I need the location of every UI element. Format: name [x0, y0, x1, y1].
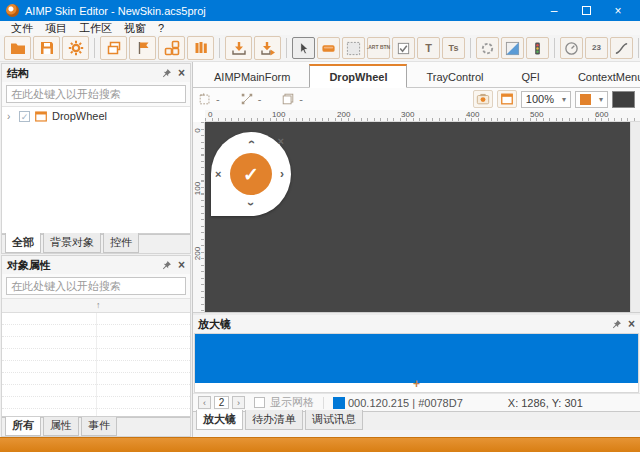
cursor-icon: [296, 41, 311, 56]
resources-button[interactable]: [187, 36, 214, 60]
checkbox-tool-button[interactable]: [392, 37, 415, 59]
text-small-tool-button[interactable]: Ts: [442, 37, 465, 59]
button-face-icon: [321, 41, 336, 56]
properties-close-icon[interactable]: ×: [178, 259, 185, 271]
design-canvas[interactable]: × › › › × ✓: [205, 122, 630, 312]
minimize-button[interactable]: –: [538, 0, 570, 21]
chevron-down-icon: ▾: [599, 95, 603, 104]
anchor-select-dropdown[interactable]: -: [240, 92, 262, 106]
tab-all-properties[interactable]: 所有: [5, 416, 41, 436]
button-tool-button[interactable]: [317, 37, 340, 59]
select-tool-button[interactable]: [292, 37, 315, 59]
zoom-increase-button[interactable]: ›: [232, 396, 245, 409]
objects-button[interactable]: [158, 36, 185, 60]
tab-todo-list[interactable]: 待办清单: [245, 410, 303, 430]
blocks-icon: [164, 40, 180, 56]
tab-background-objects[interactable]: 背景对象: [43, 233, 101, 253]
canvas-color-swatch[interactable]: [612, 91, 635, 108]
accent-color-select[interactable]: ▾: [575, 91, 608, 108]
zoom-select[interactable]: 100% ▾: [521, 91, 571, 108]
structure-tabs: 全部 背景对象 控件: [2, 234, 190, 253]
structure-panel-title: 结构: [7, 66, 29, 81]
tab-controls[interactable]: 控件: [103, 233, 139, 253]
zoom-factor-value[interactable]: 2: [214, 396, 229, 409]
app-icon: [6, 4, 19, 17]
doc-tab-contextmenu[interactable]: ContextMenu: [559, 66, 640, 87]
frame-select-dropdown[interactable]: -: [198, 92, 220, 106]
gauge-tool-button[interactable]: [560, 37, 583, 59]
properties-panel: 对象属性 × ↑ 所有 属性 事件: [1, 255, 191, 437]
chevron-down-icon[interactable]: ›: [245, 202, 257, 206]
shuffle-cross-icon[interactable]: ×: [215, 169, 221, 180]
canvas-scrollbar[interactable]: [630, 122, 640, 312]
text-tool-button[interactable]: T: [417, 37, 440, 59]
show-grid-label: 显示网格: [270, 395, 314, 410]
anchors-icon: [240, 92, 254, 106]
chevron-up-icon[interactable]: ›: [245, 140, 257, 144]
menu-file[interactable]: 文件: [5, 21, 39, 36]
widget-close-icon[interactable]: ×: [278, 135, 284, 147]
toolbar-separator: [219, 38, 220, 58]
curve-tool-button[interactable]: [610, 37, 633, 59]
doc-tab-traycontrol[interactable]: TrayControl: [407, 66, 502, 87]
image-tool-button[interactable]: [342, 37, 365, 59]
screenshot-button[interactable]: [473, 90, 493, 108]
gauge-icon: [564, 41, 579, 56]
gradient-tool-button[interactable]: [501, 37, 524, 59]
structure-close-icon[interactable]: ×: [178, 67, 185, 79]
menu-workspace[interactable]: 工作区: [73, 21, 118, 36]
text-small-icon: Ts: [449, 44, 459, 53]
tab-all-objects[interactable]: 全部: [5, 233, 41, 253]
traffic-light-icon: [530, 41, 545, 56]
ring-tool-button[interactable]: [476, 37, 499, 59]
ruler-label: 500: [530, 110, 543, 119]
close-button[interactable]: ×: [602, 0, 634, 21]
properties-grid-header[interactable]: ↑: [2, 299, 190, 313]
zoom-decrease-button[interactable]: ‹: [198, 396, 211, 409]
settings-button[interactable]: [62, 36, 89, 60]
pin-icon[interactable]: [161, 260, 172, 271]
number-tool-button[interactable]: 23: [585, 37, 608, 59]
form-icon: [34, 110, 48, 123]
import-button[interactable]: [225, 36, 252, 60]
menu-help[interactable]: ?: [152, 22, 170, 34]
menu-project[interactable]: 项目: [39, 21, 73, 36]
skinned-label-tool-button[interactable]: .ART BTN: [367, 37, 390, 59]
pin-icon[interactable]: [611, 319, 622, 330]
chevron-down-icon: ▾: [562, 95, 566, 104]
document-tabs: AIMPMainForm DropWheel TrayControl QFI C…: [193, 62, 640, 88]
structure-search-input[interactable]: [6, 85, 186, 103]
forms-button[interactable]: [100, 36, 127, 60]
color-readout: 000.120.215 | #0078D7: [348, 397, 463, 409]
tab-events[interactable]: 事件: [81, 416, 117, 436]
tab-properties[interactable]: 属性: [43, 416, 79, 436]
magnifier-header: 放大镜 ×: [193, 315, 640, 333]
open-project-button[interactable]: [4, 36, 31, 60]
trafficlight-tool-button[interactable]: [526, 37, 549, 59]
expand-arrow-icon[interactable]: ›: [7, 111, 15, 122]
pin-icon[interactable]: [161, 68, 172, 79]
show-grid-checkbox[interactable]: [254, 397, 265, 408]
save-project-button[interactable]: [33, 36, 60, 60]
magnifier-panel: 放大镜 × + ‹ 2 › 显示网格 000.120.215 | #0078D7…: [193, 315, 640, 437]
doc-tab-qfi[interactable]: QFI: [503, 66, 559, 87]
doc-tab-aimpmainform[interactable]: AIMPMainForm: [195, 66, 309, 87]
doc-tab-dropwheel[interactable]: DropWheel: [309, 64, 407, 88]
ruler-vertical: 0 100 200: [193, 122, 205, 312]
maximize-button[interactable]: [570, 0, 602, 21]
dropwheel-widget[interactable]: × › › › × ✓: [211, 132, 291, 216]
tab-magnifier[interactable]: 放大镜: [196, 410, 243, 430]
properties-search-input[interactable]: [6, 277, 186, 295]
magnifier-close-icon[interactable]: ×: [628, 318, 635, 330]
menu-window[interactable]: 视窗: [118, 21, 152, 36]
tree-item-dropwheel[interactable]: › ✓ DropWheel: [2, 107, 190, 125]
visibility-checkbox[interactable]: ✓: [19, 111, 30, 122]
toolbar-separator: [554, 38, 555, 58]
layers-select-dropdown[interactable]: -: [281, 92, 303, 106]
fit-window-button[interactable]: [497, 90, 517, 108]
confirm-button[interactable]: ✓: [230, 153, 272, 195]
tab-debug-messages[interactable]: 调试讯息: [305, 410, 363, 430]
preview-button[interactable]: [129, 36, 156, 60]
import-run-button[interactable]: [254, 36, 281, 60]
chevron-right-icon[interactable]: ›: [280, 168, 284, 180]
